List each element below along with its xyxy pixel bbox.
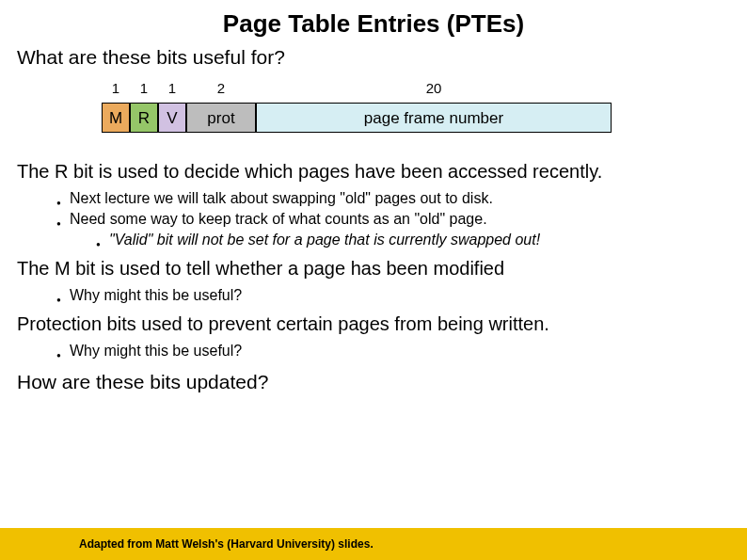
- list-item: Next lecture we will talk about swapping…: [56, 188, 747, 209]
- pte-cell-pfn: page frame number: [256, 103, 612, 133]
- bullet-text: Need some way to keep track of what coun…: [70, 211, 487, 227]
- bit-width-r: 1: [130, 78, 158, 103]
- section-prot-bits-bullets: Why might this be useful?: [0, 341, 747, 361]
- list-item: "Valid" bit will not be set for a page t…: [96, 230, 747, 250]
- section-r-bit-bullets: Next lecture we will talk about swapping…: [0, 188, 747, 250]
- pte-cell-r: R: [130, 103, 158, 133]
- bit-width-m: 1: [102, 78, 130, 103]
- bit-width-v: 1: [158, 78, 186, 103]
- pte-fields: M R V prot page frame number: [102, 103, 747, 133]
- bullet-text: "Valid" bit will not be set for a page t…: [109, 232, 540, 248]
- question-text: How are these bits updated?: [0, 371, 747, 393]
- bullet-text: Why might this be useful?: [70, 343, 242, 359]
- list-item: Why might this be useful?: [56, 341, 747, 361]
- attribution: Adapted from Matt Welsh's (Harvard Unive…: [79, 537, 374, 551]
- subtitle: What are these bits useful for?: [0, 46, 747, 78]
- section-r-bit: The R bit is used to decide which pages …: [0, 161, 747, 183]
- pte-diagram: 1 1 1 2 20 M R V prot page frame number: [102, 78, 747, 133]
- sub-bullets: "Valid" bit will not be set for a page t…: [70, 230, 747, 250]
- page-title: Page Table Entries (PTEs): [0, 0, 747, 46]
- pte-bit-widths: 1 1 1 2 20: [102, 78, 747, 103]
- bullet-text: Why might this be useful?: [70, 287, 242, 303]
- list-item: Why might this be useful?: [56, 285, 747, 306]
- pte-cell-prot: prot: [186, 103, 256, 133]
- section-prot-bits: Protection bits used to prevent certain …: [0, 313, 747, 335]
- section-m-bit-bullets: Why might this be useful?: [0, 285, 747, 306]
- pte-cell-m: M: [102, 103, 130, 133]
- bit-width-prot: 2: [186, 78, 256, 103]
- section-m-bit: The M bit is used to tell whether a page…: [0, 258, 747, 280]
- list-item: Need some way to keep track of what coun…: [56, 209, 747, 250]
- bullet-text: Next lecture we will talk about swapping…: [70, 190, 493, 206]
- bit-width-pfn: 20: [256, 78, 612, 103]
- pte-cell-v: V: [158, 103, 186, 133]
